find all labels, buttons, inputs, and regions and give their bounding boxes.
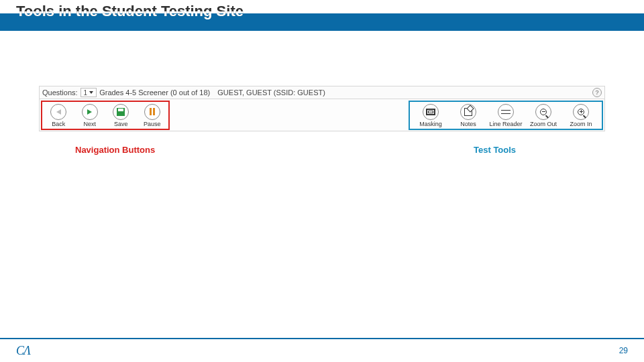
help-button[interactable]: ? <box>592 88 602 97</box>
masking-button[interactable]: Masking <box>413 104 449 127</box>
zoom-out-icon <box>535 104 551 120</box>
pause-label: Pause <box>144 121 161 127</box>
line-reader-label: Line Reader <box>489 121 522 127</box>
notes-button[interactable]: Notes <box>450 104 486 127</box>
toolbar: Back Next Save Pause Masking Notes <box>39 99 605 131</box>
callout-navigation: Navigation Buttons <box>75 145 155 155</box>
pause-button[interactable]: Pause <box>139 104 166 127</box>
notes-icon <box>460 104 476 120</box>
callout-test-tools: Test Tools <box>474 145 516 155</box>
footer: CΛ 29 <box>0 338 644 362</box>
zoom-in-button[interactable]: Zoom In <box>563 104 599 127</box>
save-label: Save <box>114 121 128 127</box>
next-button[interactable]: Next <box>76 104 104 127</box>
masking-label: Masking <box>419 121 442 127</box>
question-dropdown[interactable]: 1 <box>80 88 97 97</box>
save-icon <box>113 104 129 120</box>
line-reader-button[interactable]: Line Reader <box>488 104 524 127</box>
zoom-out-button[interactable]: Zoom Out <box>525 104 561 127</box>
masking-icon <box>423 104 439 120</box>
app-screenshot: Questions: 1 Grades 4-5 Screener (0 out … <box>39 86 605 131</box>
back-label: Back <box>52 121 65 127</box>
back-button[interactable]: Back <box>45 104 72 127</box>
page-number: 29 <box>619 346 628 355</box>
status-bar: Questions: 1 Grades 4-5 Screener (0 out … <box>39 86 605 99</box>
question-value: 1 <box>84 89 88 97</box>
test-info: Grades 4-5 Screener (0 out of 18) <box>99 88 210 97</box>
zoom-in-label: Zoom In <box>570 121 592 127</box>
zoom-in-icon <box>573 104 589 120</box>
test-tools-group: Masking Notes Line Reader Zoom Out Zoom … <box>409 101 603 130</box>
zoom-out-label: Zoom Out <box>530 121 557 127</box>
arrow-right-icon <box>82 104 98 120</box>
title-band: Tools in the Student Testing Site Tools … <box>0 0 644 32</box>
pause-icon <box>144 104 160 120</box>
next-label: Next <box>83 121 96 127</box>
notes-label: Notes <box>460 121 476 127</box>
arrow-left-icon <box>50 104 66 120</box>
chevron-down-icon <box>89 91 93 94</box>
line-reader-icon <box>498 104 514 120</box>
navigation-buttons-group: Back Next Save Pause <box>41 101 170 130</box>
logo: CΛ <box>16 344 30 358</box>
questions-label: Questions: <box>42 88 78 97</box>
user-info: GUEST, GUEST (SSID: GUEST) <box>217 88 325 97</box>
save-button[interactable]: Save <box>107 104 135 127</box>
